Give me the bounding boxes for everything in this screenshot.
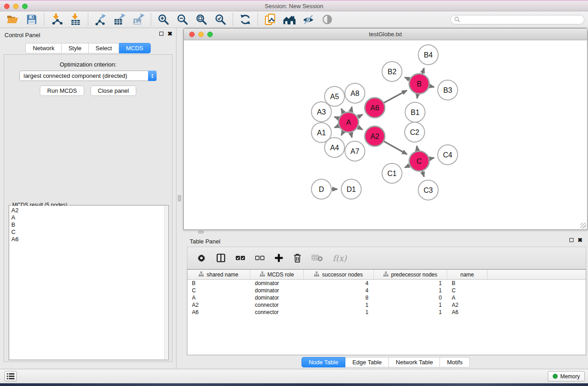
duplicate-network-icon[interactable] (264, 13, 277, 26)
zoom-selected-icon[interactable] (214, 13, 227, 26)
tab-select[interactable]: Select (89, 43, 119, 53)
select-all-rows-icon[interactable] (235, 255, 245, 261)
zoom-fit-icon[interactable] (195, 13, 208, 26)
table-cell[interactable]: 1 (304, 309, 374, 316)
column-layout-icon[interactable] (216, 253, 226, 263)
graph-edge-C-C2[interactable] (417, 146, 418, 151)
graph-edge-A2-C[interactable] (384, 141, 407, 154)
search-input[interactable] (450, 15, 584, 24)
column-header-predecessor-nodes[interactable]: predecessor nodes (374, 270, 447, 279)
table-cell[interactable]: dominator (250, 280, 304, 287)
mcds-result-item[interactable]: B (10, 221, 168, 229)
mcds-result-scrollbar[interactable] (164, 205, 168, 360)
network-canvas[interactable]: B4B2BB3A8A5A6B1A3AA1C2A2A4A7C4CC1C3DD1 (184, 40, 587, 229)
column-header-shared-name[interactable]: shared name (187, 270, 250, 279)
run-mcds-button[interactable]: Run MCDS (40, 86, 84, 96)
table-cell[interactable]: A6 (447, 309, 488, 316)
table-cell[interactable]: C (187, 287, 250, 294)
export-table-icon[interactable] (113, 13, 126, 26)
graph-edge-A-A7[interactable] (351, 132, 352, 137)
table-tab-edge-table[interactable]: Edge Table (345, 357, 389, 367)
table-settings-icon[interactable] (196, 253, 206, 263)
graph-edge-A-A5[interactable] (341, 109, 344, 113)
add-column-icon[interactable] (274, 253, 283, 262)
graph-edge-B-B4[interactable] (422, 68, 424, 74)
save-session-icon[interactable] (25, 13, 38, 26)
close-table-panel-icon[interactable]: ✖ (578, 238, 583, 242)
mcds-result-item[interactable]: A6 (10, 236, 168, 243)
table-cell[interactable]: 8 (304, 294, 374, 301)
function-builder-icon[interactable]: f(x) (333, 253, 347, 263)
column-header-successor-nodes[interactable]: successor nodes (304, 270, 374, 279)
import-network-icon[interactable] (50, 13, 63, 26)
graph-edge-A-A6[interactable] (358, 114, 363, 117)
optimization-criterion-dropdown[interactable]: largest connected component (directed) ▲… (19, 71, 157, 81)
table-cell[interactable]: A (447, 294, 488, 301)
horizontal-splitter-handle[interactable] (198, 231, 204, 234)
tab-style[interactable]: Style (62, 43, 89, 53)
table-cell[interactable]: 1 (374, 287, 447, 294)
table-cell[interactable]: 1 (304, 301, 374, 309)
graph-edge-C-C1[interactable] (405, 165, 410, 167)
graph-edge-A6-B[interactable] (384, 91, 407, 103)
graph-edge-B-B3[interactable] (429, 86, 434, 87)
minimize-window-button[interactable] (13, 4, 19, 9)
close-window-button[interactable] (4, 4, 10, 9)
network-minimize-button[interactable] (198, 32, 204, 37)
float-table-panel-icon[interactable] (569, 238, 574, 242)
table-cell[interactable]: dominator (250, 287, 304, 294)
table-tab-node-table[interactable]: Node Table (301, 357, 346, 367)
task-history-button[interactable] (5, 371, 17, 381)
network-close-button[interactable] (189, 32, 195, 37)
close-panel-button[interactable]: Close panel (91, 86, 136, 96)
table-cell[interactable]: 0 (374, 294, 447, 301)
table-cell[interactable]: B (187, 280, 250, 287)
import-table-icon[interactable] (69, 13, 82, 26)
hide-selected-icon[interactable] (302, 13, 315, 26)
mcds-result-list[interactable]: A2ABCA6 (10, 206, 168, 359)
network-window-titlebar[interactable]: testGlobe.txt (184, 29, 587, 40)
table-cell[interactable]: dominator (250, 294, 304, 301)
mcds-result-item[interactable]: A2 (10, 207, 168, 214)
delete-table-icon[interactable] (311, 254, 323, 262)
memory-button[interactable]: Memory (548, 371, 585, 381)
graph-edge-B-B2[interactable] (405, 77, 410, 80)
show-all-icon[interactable] (321, 13, 334, 26)
table-row[interactable]: A6connector11A6 (187, 309, 586, 316)
graph-edge-C-C3[interactable] (422, 171, 424, 176)
graph-edge-C-C4[interactable] (429, 158, 434, 159)
column-header-name[interactable]: name (447, 270, 488, 279)
float-panel-icon[interactable] (159, 32, 163, 36)
table-cell[interactable]: 1 (374, 280, 447, 287)
table-cell[interactable]: 4 (304, 280, 374, 287)
table-cell[interactable]: B (447, 280, 488, 287)
open-session-icon[interactable] (6, 13, 19, 26)
first-neighbors-icon[interactable] (283, 13, 296, 26)
export-image-icon[interactable] (132, 13, 145, 26)
export-network-icon[interactable] (94, 13, 107, 26)
mcds-result-item[interactable]: A (10, 214, 168, 221)
table-cell[interactable]: C (447, 287, 488, 294)
table-cell[interactable]: A2 (447, 301, 488, 309)
table-tab-network-table[interactable]: Network Table (389, 357, 440, 367)
table-row[interactable]: Adominator80A (187, 294, 586, 301)
table-cell[interactable]: A (187, 294, 250, 301)
zoom-window-button[interactable] (22, 4, 28, 9)
deselect-all-rows-icon[interactable] (255, 255, 265, 261)
table-cell[interactable]: 4 (304, 287, 374, 294)
graph-edge-B-B1[interactable] (417, 94, 417, 99)
window-resize-grip[interactable] (580, 223, 586, 229)
column-header-MCDS-role[interactable]: MCDS role (250, 270, 304, 279)
tab-mcds[interactable]: MCDS (119, 43, 150, 53)
zoom-in-icon[interactable] (157, 13, 170, 26)
table-cell[interactable]: 1 (374, 309, 447, 316)
apply-layout-icon[interactable] (239, 13, 252, 26)
close-panel-icon[interactable]: ✖ (167, 32, 172, 36)
table-cell[interactable]: 1 (374, 301, 447, 309)
graph-edge-A-A1[interactable] (335, 126, 339, 128)
delete-column-icon[interactable] (293, 253, 302, 263)
table-row[interactable]: A2connector11A2 (187, 301, 586, 309)
graph-edge-A-A8[interactable] (351, 107, 352, 112)
tab-network[interactable]: Network (25, 43, 62, 53)
table-cell[interactable]: A6 (187, 309, 250, 316)
